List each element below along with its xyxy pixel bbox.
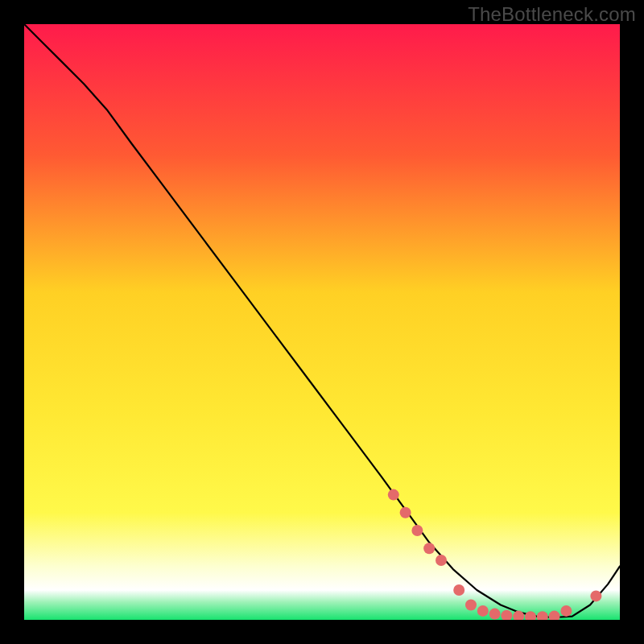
marker-point [436, 555, 447, 566]
marker-point [411, 525, 423, 536]
marker-point [423, 543, 435, 554]
marker-point [590, 590, 601, 601]
watermark-text: TheBottleneck.com [468, 3, 636, 26]
marker-point [388, 489, 399, 501]
chart-frame: TheBottleneck.com [0, 0, 644, 644]
gradient-background [24, 24, 620, 620]
bottleneck-chart [24, 24, 620, 620]
plot-area [24, 24, 620, 620]
marker-point [477, 605, 489, 617]
marker-point [560, 605, 572, 617]
marker-point [465, 600, 477, 611]
marker-point [489, 609, 501, 620]
marker-point [400, 507, 411, 518]
marker-point [453, 584, 464, 596]
